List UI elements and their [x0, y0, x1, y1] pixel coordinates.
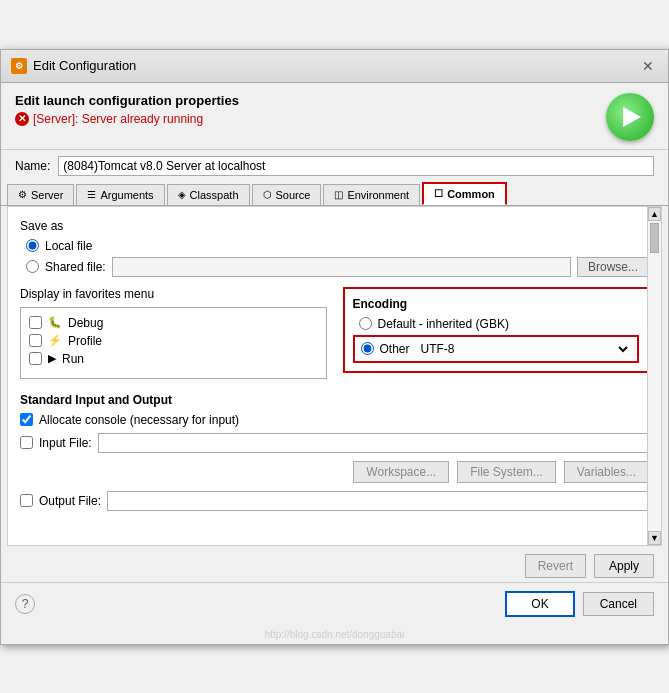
name-label: Name: — [15, 159, 50, 173]
common-tab-icon: ☐ — [434, 188, 443, 199]
outputfile-label: Output File: — [39, 494, 101, 508]
warning-icon: ✕ — [15, 112, 29, 126]
apply-button[interactable]: Apply — [594, 554, 654, 578]
allocate-checkbox[interactable] — [20, 413, 33, 426]
header-text: Edit launch configuration properties ✕ [… — [15, 93, 239, 126]
two-col-section: Display in favorites menu 🐛 Debug ⚡ Prof… — [20, 287, 649, 379]
revert-button[interactable]: Revert — [525, 554, 586, 578]
inputfile-checkbox[interactable] — [20, 436, 33, 449]
close-button[interactable]: ✕ — [638, 56, 658, 76]
scrollbar-up[interactable]: ▲ — [648, 207, 661, 221]
run-triangle-icon — [623, 107, 641, 127]
help-button[interactable]: ? — [15, 594, 35, 614]
ok-button[interactable]: OK — [505, 591, 574, 617]
output-row: Output File: — [20, 491, 649, 511]
favorites-box: 🐛 Debug ⚡ Profile ▶ Run — [20, 307, 327, 379]
run-fav-icon: ▶ — [48, 352, 56, 365]
dialog-icon: ⚙ — [11, 58, 27, 74]
run-row: ▶ Run — [29, 352, 318, 366]
shared-file-radio[interactable] — [26, 260, 39, 273]
local-file-radio[interactable] — [26, 239, 39, 252]
inputfile-row: Input File: — [20, 433, 649, 453]
shared-file-label: Shared file: — [45, 260, 106, 274]
profile-label: Profile — [68, 334, 102, 348]
common-tab-label: Common — [447, 188, 495, 200]
environment-tab-label: Environment — [347, 189, 409, 201]
title-bar: ⚙ Edit Configuration ✕ — [1, 50, 668, 83]
inputfile-label: Input File: — [39, 436, 92, 450]
dialog-footer: ? OK Cancel — [1, 582, 668, 625]
encoding-box: Encoding Default - inherited (GBK) Other… — [343, 287, 650, 373]
allocate-label: Allocate console (necessary for input) — [39, 413, 239, 427]
shared-file-input[interactable] — [112, 257, 571, 277]
profile-icon: ⚡ — [48, 334, 62, 347]
tab-environment[interactable]: ◫ Environment — [323, 184, 420, 205]
filesystem-button[interactable]: File System... — [457, 461, 556, 483]
run-checkbox[interactable] — [29, 352, 42, 365]
workspace-button[interactable]: Workspace... — [353, 461, 449, 483]
classpath-tab-icon: ◈ — [178, 189, 186, 200]
footer-left: ? — [15, 594, 35, 614]
scrollbar[interactable]: ▲ ▼ — [647, 207, 661, 545]
variables-button[interactable]: Variables... — [564, 461, 649, 483]
cancel-button[interactable]: Cancel — [583, 592, 654, 616]
tab-source[interactable]: ⬡ Source — [252, 184, 322, 205]
debug-icon: 🐛 — [48, 316, 62, 329]
source-tab-label: Source — [276, 189, 311, 201]
encoding-default-row: Default - inherited (GBK) — [353, 317, 640, 331]
shared-file-row: Shared file: Browse... — [20, 257, 649, 277]
revert-apply-row: Revert Apply — [1, 546, 668, 582]
dialog-title: Edit Configuration — [33, 58, 136, 73]
browse-button[interactable]: Browse... — [577, 257, 649, 277]
arguments-tab-icon: ☰ — [87, 189, 96, 200]
std-title: Standard Input and Output — [20, 393, 649, 407]
scrollbar-down[interactable]: ▼ — [648, 531, 661, 545]
watermark: http://blog.csdn.net/dongguabai — [1, 625, 668, 644]
name-row: Name: — [1, 149, 668, 182]
profile-row: ⚡ Profile — [29, 334, 318, 348]
edit-configuration-dialog: ⚙ Edit Configuration ✕ Edit launch confi… — [0, 49, 669, 645]
std-section: Standard Input and Output Allocate conso… — [20, 393, 649, 511]
outputfile-input[interactable] — [107, 491, 649, 511]
main-content: Save as Local file Shared file: Browse..… — [7, 206, 662, 546]
encoding-col: Encoding Default - inherited (GBK) Other… — [343, 287, 650, 379]
local-file-row: Local file — [20, 239, 649, 253]
encoding-default-label: Default - inherited (GBK) — [378, 317, 509, 331]
tabs-bar: ⚙ Server ☰ Arguments ◈ Classpath ⬡ Sourc… — [1, 182, 668, 206]
scrollbar-thumb[interactable] — [650, 223, 659, 253]
server-tab-label: Server — [31, 189, 63, 201]
inputfile-input[interactable] — [98, 433, 649, 453]
encoding-other-label: Other — [380, 342, 410, 356]
footer-right: OK Cancel — [505, 591, 654, 617]
tab-arguments[interactable]: ☰ Arguments — [76, 184, 164, 205]
server-tab-icon: ⚙ — [18, 189, 27, 200]
dialog-header: Edit launch configuration properties ✕ [… — [1, 83, 668, 149]
tab-common[interactable]: ☐ Common — [422, 182, 507, 205]
run-button[interactable] — [606, 93, 654, 141]
title-bar-left: ⚙ Edit Configuration — [11, 58, 136, 74]
arguments-tab-label: Arguments — [100, 189, 153, 201]
debug-label: Debug — [68, 316, 103, 330]
tab-server[interactable]: ⚙ Server — [7, 184, 74, 205]
allocate-row: Allocate console (necessary for input) — [20, 413, 649, 427]
encoding-default-radio[interactable] — [359, 317, 372, 330]
encoding-other-radio[interactable] — [361, 342, 374, 355]
encoding-other-row: Other UTF-8 GBK ISO-8859-1 US-ASCII UTF-… — [353, 335, 640, 363]
source-tab-icon: ⬡ — [263, 189, 272, 200]
local-file-label: Local file — [45, 239, 92, 253]
outputfile-checkbox[interactable] — [20, 494, 33, 507]
profile-checkbox[interactable] — [29, 334, 42, 347]
debug-checkbox[interactable] — [29, 316, 42, 329]
tab-classpath[interactable]: ◈ Classpath — [167, 184, 250, 205]
header-warning: ✕ [Server]: Server already running — [15, 112, 239, 126]
warning-text: [Server]: Server already running — [33, 112, 203, 126]
header-subtitle: Edit launch configuration properties — [15, 93, 239, 108]
run-label: Run — [62, 352, 84, 366]
save-as-label: Save as — [20, 219, 649, 233]
encoding-select[interactable]: UTF-8 GBK ISO-8859-1 US-ASCII UTF-16 — [416, 340, 631, 358]
name-input[interactable] — [58, 156, 654, 176]
environment-tab-icon: ◫ — [334, 189, 343, 200]
favorites-col: Display in favorites menu 🐛 Debug ⚡ Prof… — [20, 287, 327, 379]
file-buttons-row: Workspace... File System... Variables... — [20, 461, 649, 483]
encoding-title: Encoding — [353, 297, 640, 311]
